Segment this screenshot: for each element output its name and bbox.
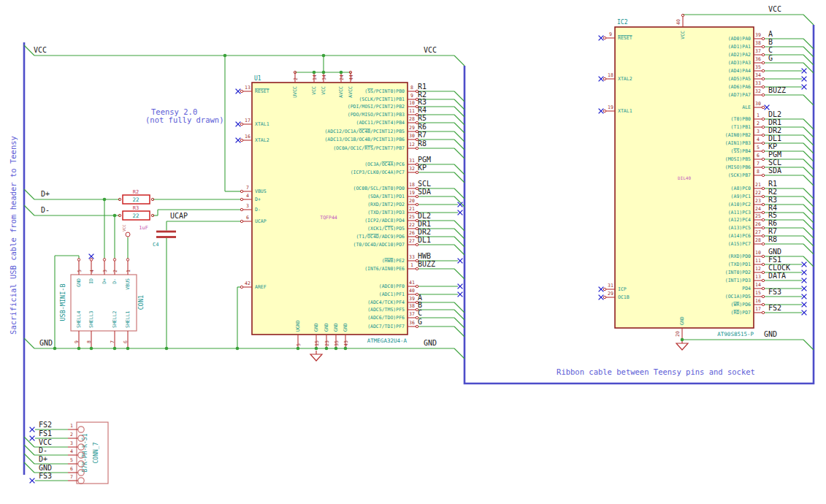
pin-end-circle <box>90 259 92 261</box>
pin-number: 19 <box>409 190 415 196</box>
pin-end-circle <box>113 259 115 261</box>
pin-number: 37 <box>409 311 415 317</box>
pin-end-circle <box>762 218 764 221</box>
pin-name: VBUS <box>255 188 267 194</box>
pin-name: (ADC1)PF1 <box>379 291 405 297</box>
pin-name: (TXD/INT3)PD3 <box>367 210 405 215</box>
pin-name: GND <box>679 316 685 325</box>
pin-name: (INT0)PD2 <box>725 270 751 275</box>
u1-footprint: TQFP44 <box>320 215 337 221</box>
schematic-canvas[interactable]: VCCVCCD+D-UCAPGNDGNDVCCGNDU1ATMEGA32U4-A… <box>0 0 826 504</box>
pin-number: 3 <box>246 203 249 209</box>
pin-number: 23 <box>324 340 330 346</box>
pin-number: 6 <box>246 215 249 221</box>
net-label-gnd: GND <box>39 339 53 347</box>
net-label: KP <box>768 142 777 150</box>
pin-name: (RXD/INT2)PD2 <box>367 202 405 207</box>
net-label: SDA <box>418 188 431 196</box>
pin-number: 15 <box>314 340 320 346</box>
net-label: C <box>418 309 422 317</box>
pin-number: 43 <box>343 340 349 346</box>
pin-number: 11 <box>755 258 761 264</box>
bus-entry <box>454 140 464 150</box>
bus-entry <box>454 245 464 255</box>
net-label: DL2 <box>768 110 781 118</box>
pin-end-circle <box>762 150 764 152</box>
pin-number: 29 <box>409 125 415 131</box>
net-label: R8 <box>768 235 777 243</box>
pin-name: GND <box>76 278 82 287</box>
pin-number: 40 <box>676 19 681 25</box>
pin-number: 1 <box>70 423 73 429</box>
pin-number: 38 <box>409 303 415 309</box>
net-label: CLOCK <box>768 264 790 272</box>
pin-number: 15 <box>755 290 761 296</box>
junction-dot <box>113 214 117 218</box>
pin-number: 11 <box>409 108 415 114</box>
pin-end-circle <box>762 53 764 56</box>
net-label: R8 <box>418 140 427 148</box>
pin-end-circle <box>762 37 764 39</box>
pin-number: 3 <box>757 129 760 134</box>
bus-entry <box>24 462 34 473</box>
pin-name: (SS/PCINT0)PB0 <box>364 88 405 94</box>
pin-number: 36 <box>755 56 761 62</box>
pin-number: 13 <box>245 85 251 91</box>
pin-name: VBUS <box>125 278 131 290</box>
pin-number: 44 <box>348 75 354 80</box>
pin-name: AREF <box>255 284 267 290</box>
net-label: DL2 <box>418 212 431 220</box>
pin-end-circle <box>416 203 418 205</box>
bus-entry <box>454 172 464 183</box>
net-label: R5 <box>768 211 777 219</box>
junction-dot <box>334 347 338 351</box>
conn7-ref: CONN_7 <box>93 442 99 463</box>
pin-number: 35 <box>755 64 761 70</box>
pin-name: (ADC13/OC1B/OC4B/PCINT13)PB6 <box>324 137 405 142</box>
pin-name: (A9)PC1 <box>731 194 751 199</box>
pin-name: (AIN0)PB2 <box>725 132 751 138</box>
pin-end-circle <box>762 203 764 205</box>
gnd-symbol <box>310 354 322 361</box>
pin-number: 8 <box>757 169 760 175</box>
pin-name: D+ <box>255 196 261 202</box>
junction-dot <box>315 347 318 351</box>
pin-number: 4 <box>70 448 73 454</box>
bus-entry <box>803 196 814 207</box>
pin-number: 35 <box>334 340 340 346</box>
pin-end-circle <box>762 61 764 64</box>
bus-entry <box>24 445 34 455</box>
bus-entry <box>454 348 464 359</box>
pin-end-circle <box>77 259 80 261</box>
pin-number: 6 <box>757 153 760 159</box>
junction-dot <box>340 71 343 75</box>
pin-name: (MOSI)PB5 <box>725 156 751 162</box>
ic2-ref: IC2 <box>617 19 628 26</box>
pin-end-circle <box>762 287 764 289</box>
net-label: A <box>768 30 773 38</box>
bus-entry <box>454 229 464 239</box>
net-label: D- <box>39 446 47 454</box>
pin-number: 3 <box>102 270 108 272</box>
pin-end-circle <box>603 288 605 290</box>
pin-number: 42 <box>245 280 251 286</box>
net-label-gnd: GND <box>424 339 437 347</box>
bus-entry <box>24 45 34 56</box>
pin-name: GND <box>343 323 348 332</box>
bus-entry <box>454 131 464 142</box>
net-label: BUZZ <box>768 86 786 94</box>
u1-value: ATMEGA32U4-A <box>367 337 408 344</box>
net-label: R3 <box>418 98 427 106</box>
pin-name: (AD6)PA6 <box>728 84 751 90</box>
pin-name: (A13)PC5 <box>728 225 751 231</box>
pin-name: (OC0A/OC1C/RTS/PCINT7)PB7 <box>333 145 405 151</box>
pin-end-circle <box>762 243 764 245</box>
pin-name: XTAL2 <box>618 76 632 82</box>
pin-name: (PDI/MOSI/PCINT2)PB2 <box>348 104 405 110</box>
pin-number: 27 <box>409 238 415 244</box>
pin-number: 17 <box>755 306 761 312</box>
bus-entry <box>24 338 34 348</box>
bus-entry <box>803 15 814 25</box>
pin-name: VCC <box>680 31 686 39</box>
pin-number: 17 <box>245 118 251 123</box>
